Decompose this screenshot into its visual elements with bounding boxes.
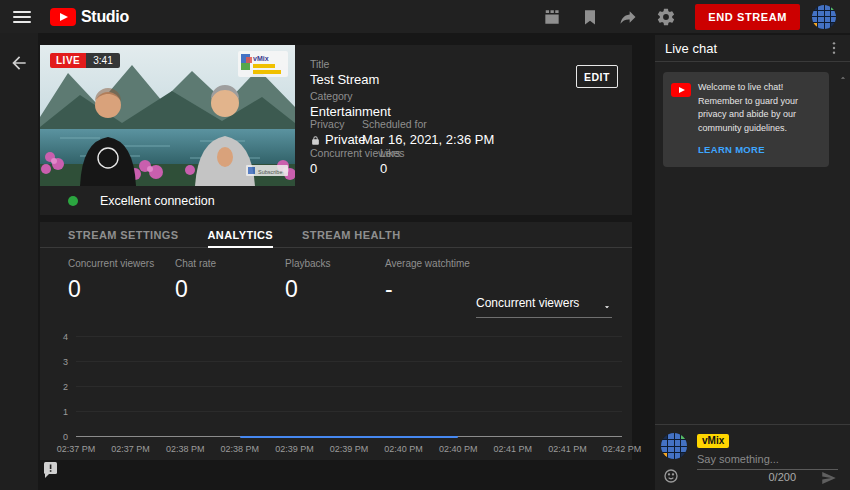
end-stream-button[interactable]: END STREAM [695, 4, 800, 30]
x-axis-tick-label: 02:39 PM [275, 444, 314, 454]
scheduled-datetime: Mar 16, 2021, 2:36 PM [362, 132, 494, 147]
welcome-text: Welcome to live chat! Remember to guard … [698, 81, 820, 135]
youtube-studio-logo[interactable]: Studio [50, 8, 129, 26]
x-axis-tick-label: 02:40 PM [439, 444, 478, 454]
svg-text:Subscribe: Subscribe [258, 169, 282, 175]
bookmark-icon[interactable] [580, 7, 600, 27]
gridline-y3 [76, 361, 622, 362]
edit-button[interactable]: EDIT [576, 65, 618, 88]
gridline-y4 [76, 336, 622, 337]
scheduled-label: Scheduled for [362, 118, 494, 130]
emoji-icon[interactable] [663, 468, 679, 484]
vmix-watermark: vMix [238, 51, 288, 77]
privacy-label: Privacy [310, 118, 365, 130]
tab-stream-settings[interactable]: STREAM SETTINGS [68, 222, 179, 247]
learn-more-link[interactable]: LEARN MORE [698, 144, 765, 155]
stream-privacy: Private [325, 132, 365, 147]
account-avatar[interactable] [812, 5, 836, 29]
chart-plot: 02:37 PM02:37 PM02:38 PM02:38 PM02:39 PM… [76, 337, 622, 437]
back-arrow-icon[interactable] [9, 53, 29, 73]
x-axis-tick-label: 02:38 PM [166, 444, 205, 454]
left-rail [0, 33, 38, 490]
character-counter: 0/200 [768, 471, 796, 483]
live-indicator: LIVE 3:41 [50, 53, 120, 68]
youtube-play-icon [50, 8, 76, 26]
stream-info-card: vMix Subscribe LIVE 3:41 EDIT Title Test… [40, 45, 632, 215]
metric-concurrent-viewers: Concurrent viewers0 [68, 258, 175, 303]
y-axis-tick-label: 0 [50, 432, 68, 442]
brand-name: Studio [81, 8, 129, 26]
tab-analytics[interactable]: ANALYTICS [208, 222, 274, 247]
hamburger-menu-icon[interactable] [13, 11, 31, 23]
x-axis-tick-label: 02:40 PM [384, 444, 423, 454]
connection-status: Excellent connection [40, 186, 632, 215]
youtube-studio-live-dashboard: Studio END STREAM [0, 0, 850, 490]
likes-count: 0 [380, 161, 405, 176]
x-axis-tick-label: 02:42 PM [603, 444, 642, 454]
metrics-row: Concurrent viewers0Chat rate0Playbacks0A… [68, 258, 545, 303]
subscribe-watermark: Subscribe [246, 165, 288, 176]
metric-label: Chat rate [175, 258, 285, 269]
video-preview: vMix Subscribe LIVE 3:41 [40, 45, 295, 186]
chat-header: Live chat [655, 35, 850, 62]
metric-selector-dropdown[interactable]: Concurrent viewers [476, 296, 612, 318]
scheduled-field: Scheduled for Mar 16, 2021, 2:36 PM [362, 118, 494, 147]
likes-field: Likes 0 [380, 147, 405, 176]
chat-user-avatar [661, 433, 687, 459]
tab-stream-health[interactable]: STREAM HEALTH [302, 222, 401, 247]
connection-status-text: Excellent connection [100, 194, 215, 208]
live-chat-panel: Live chat Welcome to live chat! Remember… [655, 35, 850, 490]
chat-username-badge: vMix [697, 434, 729, 448]
y-axis-tick-label: 2 [50, 382, 68, 392]
svg-text:vMix: vMix [253, 55, 269, 62]
x-axis-tick-label: 02:41 PM [548, 444, 587, 454]
top-bar: Studio END STREAM [0, 0, 850, 33]
x-axis-tick-label: 02:41 PM [494, 444, 533, 454]
metric-chat-rate: Chat rate0 [175, 258, 285, 303]
stream-title: Test Stream [310, 72, 379, 87]
metric-value: 0 [175, 276, 285, 303]
youtube-icon [671, 83, 691, 97]
x-axis-tick-label: 02:37 PM [57, 444, 96, 454]
chat-title: Live chat [665, 41, 826, 56]
chevron-down-icon [602, 298, 612, 308]
x-axis-labels: 02:37 PM02:37 PM02:38 PM02:38 PM02:39 PM… [76, 444, 622, 456]
stream-category: Entertainment [310, 104, 391, 119]
metric-label: Concurrent viewers [68, 258, 175, 269]
x-axis-tick-label: 02:39 PM [330, 444, 369, 454]
lock-icon [310, 134, 321, 145]
metric-value: 0 [68, 276, 175, 303]
scrollbar-up-icon[interactable] [838, 69, 848, 79]
y-axis-tick-label: 4 [50, 332, 68, 342]
y-axis-tick-label: 1 [50, 407, 68, 417]
title-field: Title Test Stream [310, 58, 379, 87]
metric-label: Average watchtime [385, 258, 545, 269]
send-icon[interactable] [820, 469, 838, 487]
metric-selector-value: Concurrent viewers [476, 296, 579, 310]
category-label: Category [310, 90, 391, 102]
connection-status-dot [68, 196, 78, 206]
settings-gear-icon[interactable] [656, 7, 676, 27]
stream-elapsed-time: 3:41 [86, 53, 119, 68]
tab-bar: STREAM SETTINGSANALYTICSSTREAM HEALTH [40, 222, 632, 248]
gridline-y2 [76, 386, 622, 387]
feedback-icon[interactable] [42, 461, 59, 478]
x-axis-tick-label: 02:37 PM [111, 444, 150, 454]
gridline-y1 [76, 411, 622, 412]
category-field: Category Entertainment [310, 90, 391, 119]
metric-value: 0 [285, 276, 385, 303]
privacy-field: Privacy Private [310, 118, 365, 147]
chat-menu-kebab-icon[interactable] [826, 40, 842, 56]
series-concurrent-viewers [240, 436, 458, 438]
film-strip-icon[interactable] [542, 7, 562, 27]
likes-label: Likes [380, 147, 405, 159]
x-axis-tick-label: 02:38 PM [221, 444, 260, 454]
metric-playbacks: Playbacks0 [285, 258, 385, 303]
share-icon[interactable] [618, 7, 638, 27]
chat-message-input[interactable] [697, 451, 838, 470]
analytics-card: STREAM SETTINGSANALYTICSSTREAM HEALTH Co… [40, 222, 632, 460]
metric-label: Playbacks [285, 258, 385, 269]
live-badge: LIVE [50, 53, 86, 68]
chat-input-area: vMix 0/200 [655, 424, 850, 490]
chat-welcome-message: Welcome to live chat! Remember to guard … [663, 72, 829, 167]
